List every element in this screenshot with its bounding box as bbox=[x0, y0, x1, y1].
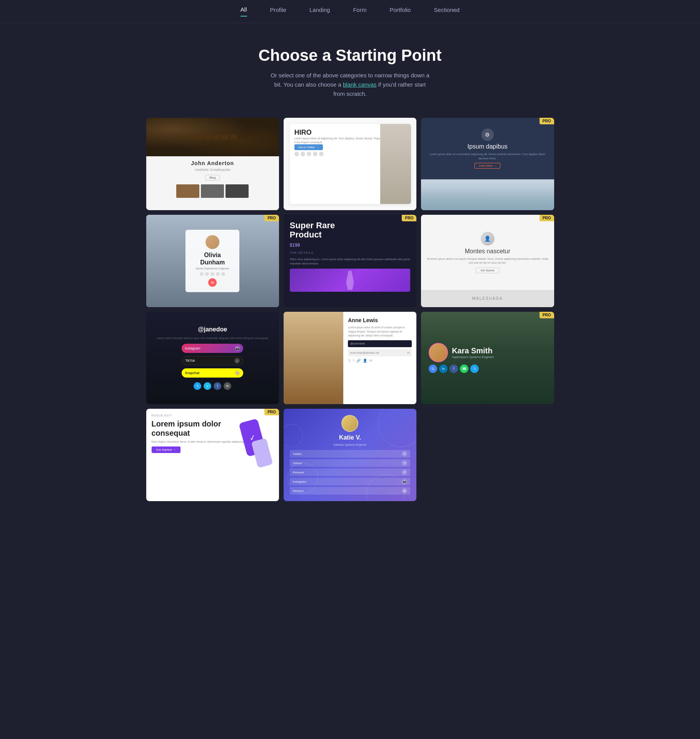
katie-social-list: Twitter 𝕏 Github ⌥ Retweet ↺ Instagram 📷… bbox=[290, 450, 410, 495]
montes-bottom: MALESUADA bbox=[421, 290, 554, 307]
mountain-silhouette bbox=[421, 187, 554, 210]
katie-instagram-label: Instagram bbox=[293, 480, 307, 483]
ipsum-learn-btn[interactable]: Learn More → bbox=[474, 163, 500, 169]
katie-twitter-icon: 𝕏 bbox=[402, 451, 407, 456]
tower-illustration bbox=[346, 271, 354, 290]
snapchat-icon: 👻 bbox=[235, 370, 240, 376]
template-card-montes[interactable]: PRO 👤 Montes nascetur Sit lorem ipsum do… bbox=[421, 215, 554, 307]
kara-google-btn[interactable]: G bbox=[429, 364, 437, 373]
katie-medium-row[interactable]: Medium M bbox=[290, 487, 410, 495]
rare-product-image bbox=[290, 269, 410, 292]
kara-content: Kara Smith Hyperspace Systems Engineer G… bbox=[429, 343, 494, 373]
tool-2 bbox=[196, 135, 203, 139]
blank-canvas-link[interactable]: blank canvas bbox=[343, 81, 377, 88]
snapchat-btn[interactable]: Snapchat 👻 bbox=[182, 368, 243, 378]
template-card-janedoe[interactable]: @janedoe lorem dolor blontet ultrices qu… bbox=[146, 312, 279, 404]
anne-person-bg bbox=[284, 312, 343, 404]
john-blog-btn[interactable]: Blog bbox=[205, 175, 220, 181]
janedoe-handle: @janedoe bbox=[198, 326, 227, 333]
john-thumbnails bbox=[176, 184, 249, 198]
anne-facebook-icon: f bbox=[353, 359, 354, 363]
ipsum-pro-badge: PRO bbox=[540, 118, 554, 124]
montes-top: 👤 Montes nascetur Sit lorem ipsum dolore… bbox=[421, 215, 554, 290]
katie-title: Software Systems Engineer bbox=[333, 443, 366, 446]
facebook-icon-btn[interactable]: f bbox=[214, 382, 221, 390]
hiro-icon-1 bbox=[294, 152, 299, 156]
tool-5 bbox=[222, 135, 229, 139]
template-card-katie[interactable]: Katie V. Software Systems Engineer Twitt… bbox=[284, 409, 416, 501]
kara-social-btns: G in f ☎ 𝕏 bbox=[429, 364, 494, 373]
email-icon-btn[interactable]: ✉ bbox=[224, 382, 231, 390]
montes-title: Montes nascetur bbox=[465, 248, 510, 255]
olivia-mail-btn[interactable]: ✉ bbox=[208, 278, 217, 287]
vimeo-icon-btn[interactable]: V bbox=[204, 382, 211, 390]
katie-github-row[interactable]: Github ⌥ bbox=[290, 459, 410, 467]
tiktok-label: TikTok bbox=[185, 359, 195, 363]
nav-item-landing[interactable]: Landing bbox=[309, 7, 330, 16]
anne-info: Anne Lewis Lorem ipsum dolor sit amet of… bbox=[343, 312, 416, 404]
ipsum-landscape bbox=[421, 179, 554, 210]
social-icon-3 bbox=[211, 272, 214, 276]
rare-price: $199 bbox=[290, 242, 410, 248]
tiktok-btn[interactable]: TikTok ♪ bbox=[182, 356, 243, 365]
nav-item-portfolio[interactable]: Portfolio bbox=[389, 7, 411, 16]
olivia-title: Senior Experience Engineer bbox=[193, 267, 232, 270]
anne-social-icons: 𝕏 f 🔗 👤 ✉ bbox=[348, 359, 412, 363]
katie-name: Katie V. bbox=[339, 434, 361, 441]
tools-background bbox=[146, 118, 279, 156]
rare-title: Super RareProduct bbox=[290, 221, 410, 239]
template-card-lorem[interactable]: PRO ROGUE EDIT Lorem ipsum dolorconsequa… bbox=[146, 409, 279, 501]
template-card-rare[interactable]: PRO Super RareProduct $199 THE DETAILS T… bbox=[284, 215, 416, 307]
social-icon-2 bbox=[205, 272, 209, 276]
anne-email-field[interactable]: anne.lewis@domain.net ✉ bbox=[348, 349, 412, 356]
rare-details-label: THE DETAILS bbox=[290, 251, 410, 254]
katie-github-icon: ⌥ bbox=[402, 460, 407, 466]
thumb-1 bbox=[176, 184, 199, 198]
montes-get-started-btn[interactable]: Get Started bbox=[476, 268, 500, 273]
lorem-get-started-btn[interactable]: Get Started → bbox=[152, 446, 180, 453]
hiro-icon-2 bbox=[301, 152, 305, 156]
card-john-photo bbox=[146, 118, 279, 156]
katie-retweet-row[interactable]: Retweet ↺ bbox=[290, 468, 410, 476]
ipsum-icon: ⚙ bbox=[481, 129, 494, 141]
tool-3 bbox=[205, 135, 212, 139]
tool-4 bbox=[213, 135, 220, 139]
katie-twitter-row[interactable]: Twitter 𝕏 bbox=[290, 450, 410, 458]
template-card-hiro[interactable]: HIRO Lorem ipsum dolor sit adipiscing el… bbox=[284, 118, 416, 210]
anne-twitter-icon: 𝕏 bbox=[348, 359, 351, 363]
template-card-anne[interactable]: Anne Lewis Lorem ipsum dolor sit amet of… bbox=[284, 312, 416, 404]
instagram-btn[interactable]: Instagram 📷 bbox=[182, 344, 243, 353]
katie-medium-label: Medium bbox=[293, 489, 304, 493]
person-silhouette bbox=[380, 124, 411, 204]
malesuada-label: MALESUADA bbox=[472, 296, 503, 301]
katie-instagram-row[interactable]: Instagram 📷 bbox=[290, 478, 410, 485]
twitter-icon-btn[interactable]: 𝕏 bbox=[194, 382, 201, 390]
snapchat-label: Snapchat bbox=[185, 371, 199, 375]
hiro-person-photo bbox=[380, 124, 411, 204]
katie-medium-icon: M bbox=[402, 488, 407, 493]
tool-6 bbox=[230, 135, 237, 139]
thumb-3 bbox=[226, 184, 249, 198]
olivia-pro-badge: PRO bbox=[264, 215, 279, 221]
kara-linkedin-btn[interactable]: in bbox=[439, 364, 448, 373]
ipsum-title: Ipsum dapibus bbox=[468, 143, 508, 150]
olivia-profile-card: OliviaDunham Senior Experience Engineer … bbox=[185, 230, 239, 292]
page-description: Or select one of the above categories to… bbox=[269, 71, 431, 99]
template-card-kara[interactable]: PRO Kara Smith Hyperspace Systems Engine… bbox=[421, 312, 554, 404]
nav-item-profile[interactable]: Profile bbox=[270, 7, 287, 16]
anne-username-field[interactable]: @username bbox=[348, 340, 412, 347]
template-card-ipsum[interactable]: PRO ⚙ Ipsum dapibus Lorem ipsum dolor si… bbox=[421, 118, 554, 210]
nav-item-form[interactable]: Form bbox=[353, 7, 366, 16]
kara-twitter-btn[interactable]: 𝕏 bbox=[470, 364, 479, 373]
kara-profile-row: Kara Smith Hyperspace Systems Engineer bbox=[429, 343, 494, 362]
nav-item-all[interactable]: All bbox=[241, 6, 247, 17]
nav-item-sectioned[interactable]: Sectioned bbox=[434, 7, 459, 16]
kara-facebook-btn[interactable]: f bbox=[449, 364, 458, 373]
template-card-john[interactable]: John Anderton Aesthetic Snowboarder Blog bbox=[146, 118, 279, 210]
anne-user-icon: 👤 bbox=[363, 359, 367, 363]
kara-phone-btn[interactable]: ☎ bbox=[460, 364, 468, 373]
olivia-social-icons bbox=[193, 272, 232, 276]
kara-name: Kara Smith bbox=[452, 346, 494, 355]
template-card-olivia[interactable]: PRO OliviaDunham Senior Experience Engin… bbox=[146, 215, 279, 307]
hiro-cta-btn[interactable]: Get on Twitter → bbox=[294, 144, 323, 150]
